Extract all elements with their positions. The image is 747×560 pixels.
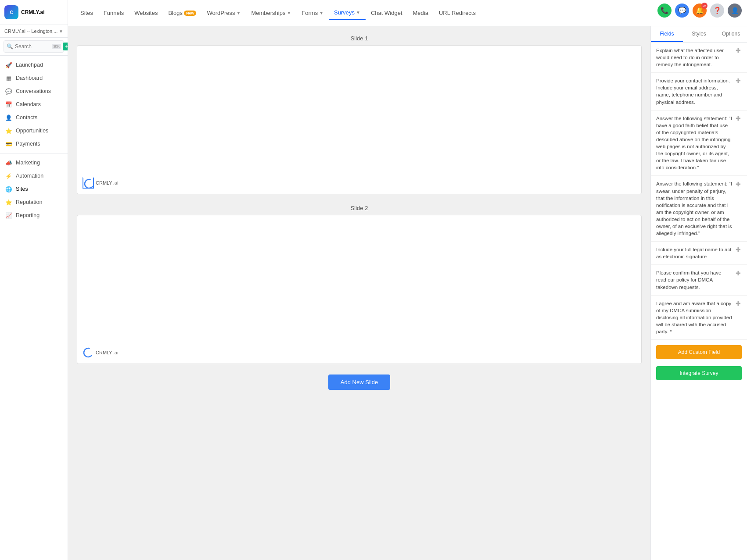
field-text: Answer the following statement: "I have … [656,115,732,171]
sidebar-item-label: Automation [16,173,43,179]
forms-chevron-icon: ▼ [319,11,323,15]
sidebar-item-conversations[interactable]: 💬 Conversations [0,85,68,98]
sidebar-item-launchpad[interactable]: 🚀 Launchpad [0,58,68,71]
notifications-icon-button[interactable]: 🔔 26 [693,4,707,18]
field-item-6[interactable]: Please confirm that you have read our po… [651,265,747,295]
chevron-down-icon: ▼ [59,29,63,34]
field-item-1[interactable]: Explain what the affected user would nee… [651,43,747,73]
search-input[interactable] [15,43,50,50]
field-add-icon[interactable]: ✚ [735,115,742,122]
svg-point-0 [83,178,94,189]
search-icon: 🔍 [7,43,13,50]
field-item-7[interactable]: I agree and am aware that a copy of my D… [651,296,747,340]
topnav-chat-label: Chat Widget [371,10,402,16]
field-text: Answer the following statement: "I swear… [656,180,732,237]
field-add-icon[interactable]: ✚ [735,78,742,85]
user-avatar[interactable]: 👤 [728,4,742,18]
sidebar-item-label: Launchpad [16,62,43,68]
sidebar-item-label: Contacts [16,114,37,121]
main-area: Sites Funnels Websites Blogs New WordPre… [68,0,747,560]
search-shortcut: ⌘K [52,44,61,49]
slide-1-card: CRMLY .ai [77,45,642,194]
tab-styles[interactable]: Styles [683,26,715,42]
topnav: Sites Funnels Websites Blogs New WordPre… [68,0,747,26]
topnav-wordpress[interactable]: WordPress ▼ [201,6,246,20]
sidebar-item-sites[interactable]: 🌐 Sites [0,182,68,196]
sidebar-item-opportunities[interactable]: ⭐ Opportunities [0,124,68,137]
sidebar-item-label: Conversations [16,88,51,94]
right-panel-tabs: Fields Styles Options [651,26,747,43]
topnav-funnels-label: Funnels [104,10,124,16]
contacts-icon: 👤 [5,114,12,121]
topnav-memberships[interactable]: Memberships ▼ [246,6,296,20]
tab-options[interactable]: Options [715,26,747,42]
tab-fields[interactable]: Fields [651,26,683,42]
slide-2-logo-text: CRMLY [96,350,112,355]
sidebar-item-payments[interactable]: 💳 Payments [0,137,68,150]
slide-section-1: Slide 1 CRMLY .a [77,35,642,194]
topnav-items: Sites Funnels Websites Blogs New WordPre… [75,6,725,20]
topnav-funnels[interactable]: Funnels [98,6,129,20]
topnav-forms[interactable]: Forms ▼ [296,6,329,20]
opportunities-icon: ⭐ [5,127,12,134]
sidebar-item-calendars[interactable]: 📅 Calendars [0,98,68,111]
sidebar-item-marketing[interactable]: 📣 Marketing [0,156,68,169]
sidebar-item-label: Payments [16,141,40,147]
sidebar-item-reporting[interactable]: 📈 Reporting [0,209,68,222]
sidebar-item-label: Marketing [16,160,40,166]
topnav-memberships-label: Memberships [251,10,285,16]
add-new-slide-button[interactable]: Add New Slide [328,375,390,390]
reporting-icon: 📈 [5,212,12,219]
phone-icon-button[interactable]: 📞 [657,4,672,18]
sidebar-item-label: Dashboard [16,75,43,81]
sidebar-item-dashboard[interactable]: ▦ Dashboard [0,71,68,85]
field-add-icon[interactable]: ✚ [735,47,742,54]
sidebar-item-automation[interactable]: ⚡ Automation [0,169,68,182]
header-icons: 📞 💬 🔔 26 ❓ 👤 [657,4,742,18]
sidebar-item-label: Reputation [16,199,42,205]
blogs-new-badge: New [184,11,197,16]
topnav-surveys[interactable]: Surveys ▼ [329,6,366,20]
field-add-icon[interactable]: ✚ [735,246,742,253]
field-add-icon[interactable]: ✚ [735,270,742,277]
sidebar-add-button[interactable]: + [63,43,68,50]
topnav-sites-label: Sites [80,10,93,16]
add-custom-field-button[interactable]: Add Custom Field [656,345,742,359]
sidebar-item-contacts[interactable]: 👤 Contacts [0,111,68,124]
topnav-chat-widget[interactable]: Chat Widget [366,6,408,20]
automation-icon: ⚡ [5,172,12,179]
logo-text: CRMLY.ai [21,9,45,15]
field-item-5[interactable]: Include your full legal name to act as e… [651,242,747,265]
topnav-websites[interactable]: Websites [129,6,163,20]
topnav-blogs[interactable]: Blogs New [163,6,201,20]
topnav-surveys-label: Surveys [334,9,355,16]
topnav-media-label: Media [413,10,428,16]
marketing-icon: 📣 [5,159,12,166]
field-add-icon[interactable]: ✚ [735,300,742,307]
topnav-blogs-label: Blogs [168,10,183,16]
sidebar-item-label: Calendars [16,101,41,107]
topnav-url-redirects[interactable]: URL Redirects [434,6,481,20]
integrate-survey-button[interactable]: Integrate Survey [656,366,742,380]
slide-1-label: Slide 1 [77,35,642,42]
topnav-sites[interactable]: Sites [75,6,98,20]
topnav-wordpress-label: WordPress [207,10,235,16]
sidebar-item-label: Sites [16,186,28,192]
slide-section-2: Slide 2 CRMLY .a [77,205,642,364]
dashboard-icon: ▦ [5,75,12,82]
topnav-websites-label: Websites [134,10,158,16]
field-item-3[interactable]: Answer the following statement: "I have … [651,111,747,176]
field-text: Include your full legal name to act as e… [656,246,732,260]
slide-1-logo-text: CRMLY [96,180,112,185]
sidebar-divider [0,153,68,153]
help-icon-button[interactable]: ❓ [710,4,724,18]
field-item-4[interactable]: Answer the following statement: "I swear… [651,176,747,242]
reputation-icon: ⭐ [5,199,12,206]
sidebar-item-reputation[interactable]: ⭐ Reputation [0,196,68,209]
field-item-2[interactable]: Provide your contact information. Includ… [651,73,747,110]
sidebar-account[interactable]: CRMLY.ai -- Lexington,... ▼ [0,25,68,38]
field-add-icon[interactable]: ✚ [735,181,742,188]
topnav-media[interactable]: Media [408,6,434,20]
chat-icon-button[interactable]: 💬 [675,4,689,18]
content-area: Slide 1 CRMLY .a [68,26,747,560]
